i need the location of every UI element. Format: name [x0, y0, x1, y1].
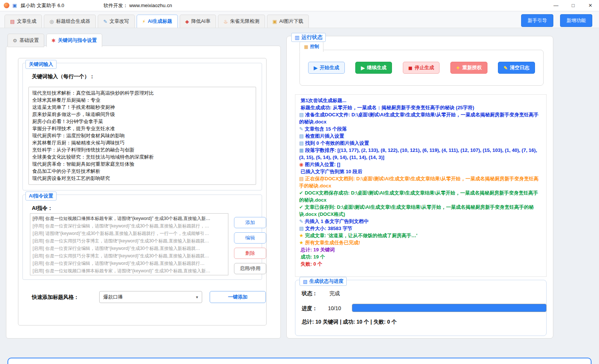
log-line: ▤文件大小: 38583 字节: [299, 225, 542, 232]
main-tab[interactable]: ▣ AI图片下载: [267, 15, 309, 28]
log-line: 成功: 19 个: [299, 253, 542, 260]
tab-label: 降低AI率: [191, 18, 210, 25]
log-line-icon: ▤: [299, 176, 304, 181]
one-key-add-button[interactable]: 一键添加: [210, 291, 266, 303]
log-output[interactable]: 第1次尝试生成标题... 标题生成成功: 从零开始，一菜成名：揭秘厨房新手变身烹…: [295, 94, 547, 277]
log-line-text: 文章包含 15 个段落: [305, 126, 347, 132]
progress-legend-label: 生成状态与进度: [309, 278, 343, 285]
subtab-icon: ✱: [52, 38, 56, 43]
ai-command-item[interactable]: [启用] 你是一位资深行业编辑，请围绕“{keyword}”生成30个标题,直接…: [33, 260, 226, 267]
control-button-icon: ✎: [504, 65, 508, 71]
log-line: ✎共插入 1 条文字广告到文档中: [299, 218, 542, 225]
log-line: ▤找到 0 个有效的图片插入设置: [299, 140, 542, 147]
keyword-input-textarea[interactable]: [28, 87, 256, 185]
control-button[interactable]: ✦ 重新授权: [450, 62, 487, 74]
main-tab[interactable]: ◆ 降低AI率: [180, 15, 216, 28]
subtab-label: 基础设置: [19, 37, 39, 44]
control-button-box: ▶ 开始生成 ▶ 继续生成 ◼ 停止生成 ✦ 重新授权 ✎ 清空日志: [300, 50, 544, 86]
add-command-button[interactable]: 添加: [234, 217, 266, 228]
control-button[interactable]: ▶ 开始生成: [308, 62, 345, 74]
toggle-command-button[interactable]: 启用/停用: [234, 263, 266, 274]
tab-icon: ⚡: [142, 19, 146, 24]
control-button-icon: ◼: [408, 65, 413, 71]
tab-label: AI图片下载: [279, 18, 303, 25]
log-line-text: 已插入文字广告到第 10 段后: [301, 169, 362, 174]
app-title: 媒小助 文案助手 6.0: [21, 2, 64, 9]
control-tab[interactable]: ▦ 控制: [300, 41, 323, 52]
main-tab[interactable]: ♨ 朱雀无限检测: [218, 15, 265, 28]
app-logo-icon: [4, 3, 9, 8]
log-line: ★所有文章生成任务已完成!: [299, 239, 542, 246]
tab-label: 朱雀无限检测: [230, 18, 259, 25]
tab-icon: ✎: [103, 19, 107, 24]
ai-command-item[interactable]: [停用] 你是一位短视频口播脚本标题专家，请围绕“{keyword}” 生成30…: [33, 215, 226, 222]
log-line: 已插入文字广告到第 10 段后: [299, 168, 542, 175]
bottom-panel-edge: [7, 358, 592, 364]
log-line: ▤正在保存DOCX文档到: D:\桌面\测试\AI生成文章\生成文章结果\从零开…: [299, 175, 542, 189]
delete-command-button[interactable]: 删除: [234, 248, 266, 259]
control-button-icon: ✦: [456, 65, 460, 71]
log-line-icon: ◉: [299, 162, 303, 167]
main-tab[interactable]: ▤ 文章生成: [4, 15, 42, 28]
run-status-legend-label: 运行状态: [301, 34, 322, 41]
control-button-label: 清空日志: [510, 64, 529, 71]
control-tab-label: 控制: [310, 43, 319, 50]
close-button[interactable]: ✕: [582, 0, 599, 11]
log-line-icon: ▤: [299, 226, 304, 231]
chevron-down-icon: ▾: [196, 295, 198, 300]
tab-label: 标题组合生成器: [56, 18, 90, 25]
tab-icon: ◎: [49, 19, 54, 24]
ai-command-item[interactable]: [启用] 你是一位资深行业编辑，请围绕“{keyword}”生成30个标题,直接…: [33, 245, 226, 252]
subtab-label: 关键词与指令设置: [58, 37, 97, 44]
log-line-icon: ★: [299, 240, 304, 245]
ai-command-list[interactable]: [停用] 你是一位短视频口播脚本标题专家，请围绕“{keyword}” 生成30…: [30, 213, 228, 275]
log-line-text: 段落字数排序: [(13, 177), (2, 133), (8, 122), …: [299, 147, 537, 160]
log-line-icon: ▦: [299, 147, 304, 153]
titlebar: ▣ 媒小助 文案助手 6.0 软件开发： www.meixiaozhu.cn —…: [0, 0, 599, 11]
main-tab[interactable]: ⚡ AI生成标题: [137, 15, 178, 28]
progress-label: 进度：: [302, 305, 317, 312]
bar-chart-icon: ▥: [295, 34, 300, 40]
title-style-select[interactable]: 爆款口播 ▾: [99, 291, 202, 303]
log-line-icon: ▤: [299, 140, 304, 146]
main-tab[interactable]: ◎ 标题组合生成器: [44, 15, 95, 28]
control-button[interactable]: ▶ 继续生成: [355, 62, 392, 74]
maximize-button[interactable]: □: [565, 0, 582, 11]
log-line-text: 找到 0 个有效的图片插入设置: [305, 140, 369, 146]
tab-icon: ▤: [10, 19, 15, 24]
ai-command-item[interactable]: [停用] 你是一位资深行业编辑，请围绕“{keyword}”生成30个标题,直接…: [33, 222, 226, 230]
log-line-text: 失败: 0 个: [301, 261, 322, 267]
settings-subtab[interactable]: ✱ 关键词与指令设置: [46, 34, 102, 47]
developer-info: 软件开发： www.meixiaozhu.cn: [104, 2, 172, 9]
ai-command-item[interactable]: [启用] 你是一位实用技巧分享博主，请围绕“{keyword}”生成30个标题,…: [33, 237, 226, 245]
log-line-icon: ✎: [299, 126, 303, 132]
progress-count: 10/10: [328, 305, 341, 311]
control-button[interactable]: ✎ 清空日志: [498, 62, 535, 74]
header-action-button[interactable]: 新手引导: [521, 14, 553, 27]
progress-bar: [352, 304, 547, 312]
settings-subtab[interactable]: ⚙ 基础设置: [7, 34, 44, 47]
log-line: ▤检查图片插入设置: [299, 132, 542, 140]
keyword-group-legend: 关键词输入: [25, 60, 57, 69]
control-button[interactable]: ◼ 停止生成: [403, 62, 440, 74]
window-controls: — □ ✕: [547, 0, 599, 11]
edit-command-button[interactable]: 编辑: [234, 232, 266, 244]
ai-command-item[interactable]: [启用] 你是一位实用技巧分享博主，请围绕“{keyword}”生成30个标题,…: [33, 252, 226, 260]
control-button-label: 继续生成: [367, 64, 386, 71]
log-line-text: 图片插入位置: []: [305, 162, 340, 167]
app-window: ▣ 媒小助 文案助手 6.0 软件开发： www.meixiaozhu.cn —…: [0, 0, 599, 364]
main-tab[interactable]: ✎ 文章改写: [98, 15, 135, 28]
ai-command-item[interactable]: [启用] 请围绕“{keyword}”生成30个新标题,直接输入新标题就行，一行…: [33, 230, 226, 237]
log-line-icon: ✔: [299, 204, 303, 210]
minimize-button[interactable]: —: [547, 0, 565, 11]
control-button-icon: ▶: [361, 65, 365, 71]
log-line-icon: ▤: [299, 133, 304, 139]
ai-command-item[interactable]: [启用] 你是一位短视频口播脚本标题专家，请围绕“{keyword}” 生成30…: [33, 267, 226, 275]
header-action-button[interactable]: 新增功能: [560, 14, 592, 27]
log-line: ▦段落字数排序: [(13, 177), (2, 133), (8, 122),…: [299, 147, 542, 161]
run-status-legend: ▥ 运行状态: [291, 33, 326, 42]
log-line-icon: ▤: [299, 112, 304, 117]
status-value: 完成: [329, 290, 340, 297]
log-line-text: 文件大小: 38583 字节: [305, 226, 352, 231]
progress-summary: 总计: 10 关键词 | 成功: 10 个 | 失败: 0 个: [302, 319, 397, 325]
